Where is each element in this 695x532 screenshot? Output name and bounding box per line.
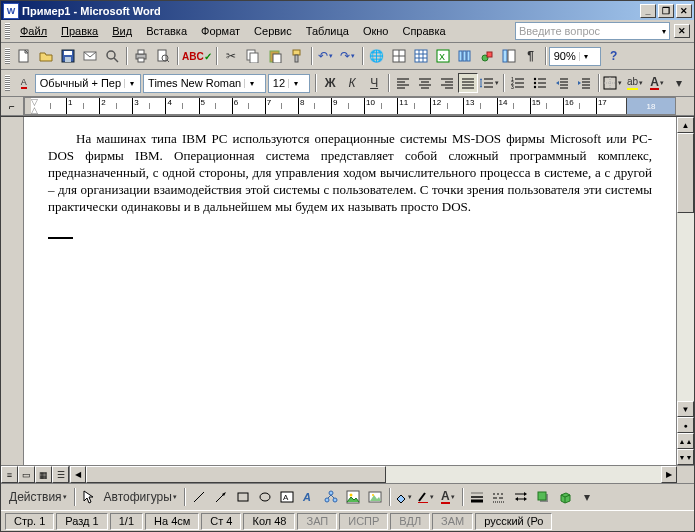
outline-view-button[interactable]: ☰ <box>52 466 69 483</box>
arrow-style-button[interactable] <box>510 487 532 507</box>
redo-button[interactable]: ↷▾ <box>337 46 359 66</box>
zoom-combo[interactable]: 90%▾ <box>549 47 601 66</box>
mail-button[interactable] <box>79 46 101 66</box>
styles-pane-button[interactable]: A <box>13 73 35 93</box>
rectangle-tool[interactable] <box>232 487 254 507</box>
copy-button[interactable] <box>242 46 264 66</box>
diagram-button[interactable] <box>320 487 342 507</box>
decrease-indent-button[interactable] <box>551 73 573 93</box>
font-combo[interactable]: Times New Roman▾ <box>143 74 266 93</box>
oval-tool[interactable] <box>254 487 276 507</box>
spellcheck-button[interactable]: ABC✓ <box>181 46 213 66</box>
cut-button[interactable]: ✂ <box>220 46 242 66</box>
menu-insert[interactable]: Вставка <box>139 23 194 39</box>
align-center-button[interactable] <box>414 73 436 93</box>
align-justify-button[interactable] <box>458 73 478 93</box>
search-button[interactable] <box>101 46 123 66</box>
undo-button[interactable]: ↶▾ <box>315 46 337 66</box>
align-right-button[interactable] <box>436 73 458 93</box>
menu-file[interactable]: Файл <box>13 23 54 39</box>
fill-color-button[interactable]: ▾ <box>393 487 415 507</box>
minimize-button[interactable]: _ <box>640 4 656 18</box>
vertical-scrollbar[interactable]: ▲ ▼ ● ▲▲ ▼▼ <box>676 117 694 465</box>
scroll-right-button[interactable]: ▶ <box>661 466 677 483</box>
print-button[interactable] <box>130 46 152 66</box>
status-ovr[interactable]: ЗАМ <box>432 513 473 530</box>
italic-button[interactable]: К <box>341 73 363 93</box>
dash-style-button[interactable] <box>488 487 510 507</box>
numbered-list-button[interactable]: 123 <box>507 73 529 93</box>
print-layout-view-button[interactable]: ▦ <box>35 466 52 483</box>
open-button[interactable] <box>35 46 57 66</box>
3d-button[interactable] <box>554 487 576 507</box>
vertical-ruler[interactable] <box>1 117 24 465</box>
toolbar-options-button[interactable]: ▾ <box>576 487 598 507</box>
font-size-combo[interactable]: 12▾ <box>268 74 310 93</box>
status-trk[interactable]: ИСПР <box>339 513 388 530</box>
show-marks-button[interactable]: ¶ <box>520 46 542 66</box>
grip-handle[interactable] <box>5 48 10 64</box>
scroll-track[interactable] <box>677 133 694 401</box>
close-button[interactable]: ✕ <box>676 4 692 18</box>
increase-indent-button[interactable] <box>573 73 595 93</box>
scroll-down-button[interactable]: ▼ <box>677 401 694 417</box>
line-color-button[interactable]: ▾ <box>415 487 437 507</box>
scroll-thumb[interactable] <box>677 133 694 213</box>
status-rec[interactable]: ЗАП <box>297 513 337 530</box>
page-content[interactable]: На машинах типа IBM PC используются опер… <box>24 117 676 253</box>
menu-format[interactable]: Формат <box>194 23 247 39</box>
doc-map-button[interactable] <box>498 46 520 66</box>
toolbar-options-button[interactable]: ▾ <box>668 73 690 93</box>
style-combo[interactable]: Обычный + Пер▾ <box>35 74 141 93</box>
hyperlink-button[interactable]: 🌐 <box>366 46 388 66</box>
paste-button[interactable] <box>264 46 286 66</box>
bulleted-list-button[interactable] <box>529 73 551 93</box>
clipart-button[interactable] <box>342 487 364 507</box>
borders-button[interactable]: ▾ <box>602 73 624 93</box>
new-doc-button[interactable] <box>13 46 35 66</box>
drawing-toggle-button[interactable] <box>476 46 498 66</box>
draw-menu-button[interactable]: Действия ▾ <box>5 487 71 507</box>
format-painter-button[interactable] <box>286 46 308 66</box>
underline-button[interactable]: Ч <box>363 73 385 93</box>
status-lang[interactable]: русский (Ро <box>475 513 552 530</box>
ask-question-box[interactable]: Введите вопрос ▾ <box>515 22 670 40</box>
scroll-up-button[interactable]: ▲ <box>677 117 694 133</box>
line-style-button[interactable] <box>466 487 488 507</box>
menu-table[interactable]: Таблица <box>299 23 356 39</box>
textbox-tool[interactable]: A <box>276 487 298 507</box>
next-page-button[interactable]: ▼▼ <box>677 449 694 465</box>
menu-tools[interactable]: Сервис <box>247 23 299 39</box>
prev-page-button[interactable]: ▲▲ <box>677 433 694 449</box>
mdi-close-button[interactable]: ✕ <box>674 24 690 38</box>
web-view-button[interactable]: ▭ <box>18 466 35 483</box>
grip-handle[interactable] <box>5 23 10 39</box>
bold-button[interactable]: Ж <box>319 73 341 93</box>
save-button[interactable] <box>57 46 79 66</box>
print-preview-button[interactable] <box>152 46 174 66</box>
browse-object-button[interactable]: ● <box>677 417 694 433</box>
wordart-button[interactable]: A <box>298 487 320 507</box>
font-color-button[interactable]: A▾ <box>646 73 668 93</box>
columns-button[interactable] <box>454 46 476 66</box>
help-button[interactable]: ? <box>603 46 625 66</box>
grip-handle[interactable] <box>5 75 10 91</box>
tables-borders-button[interactable] <box>388 46 410 66</box>
scroll-left-button[interactable]: ◀ <box>70 466 86 483</box>
line-spacing-button[interactable]: ▾ <box>478 73 500 93</box>
menu-window[interactable]: Окно <box>356 23 396 39</box>
autoshapes-menu[interactable]: Автофигуры ▾ <box>100 487 181 507</box>
horizontal-ruler[interactable]: ▽ △ 18 1234567891011121314151617 <box>24 97 676 115</box>
insert-table-button[interactable] <box>410 46 432 66</box>
shadow-button[interactable] <box>532 487 554 507</box>
menu-view[interactable]: Вид <box>105 23 139 39</box>
menu-help[interactable]: Справка <box>395 23 452 39</box>
menu-edit[interactable]: Правка <box>54 23 105 39</box>
line-tool[interactable] <box>188 487 210 507</box>
arrow-tool[interactable] <box>210 487 232 507</box>
normal-view-button[interactable]: ≡ <box>1 466 18 483</box>
insert-picture-button[interactable] <box>364 487 386 507</box>
status-ext[interactable]: ВДЛ <box>390 513 430 530</box>
document-area[interactable]: На машинах типа IBM PC используются опер… <box>24 117 676 465</box>
tab-selector[interactable]: ⌐ <box>1 97 24 115</box>
